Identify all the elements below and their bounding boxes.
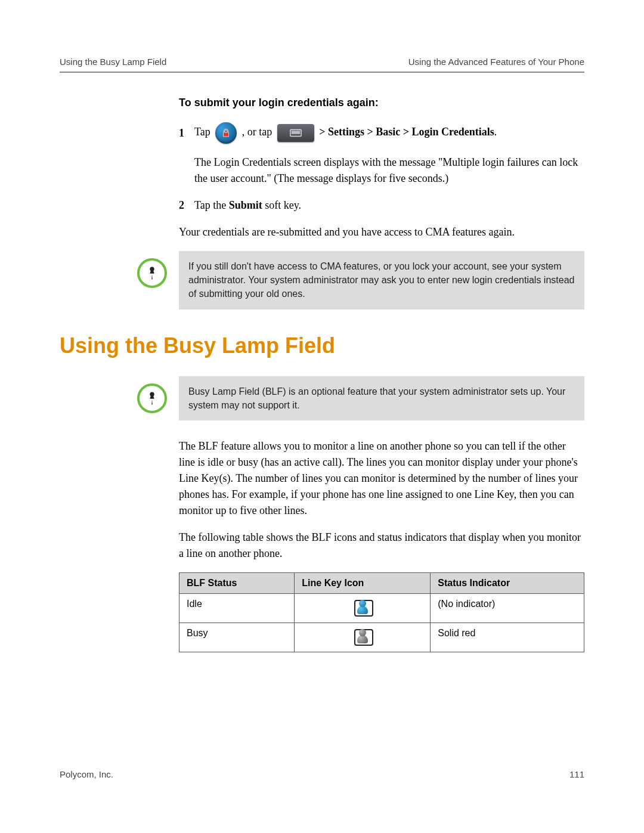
running-header: Using the Busy Lamp Field Using the Adva… [60,57,584,73]
step1-result: The Login Credentials screen displays wi… [194,154,584,187]
note-1: If you still don't have access to CMA fe… [60,251,584,309]
step1-or-tap-text: , or tap [242,126,275,138]
cell-status: Idle [179,593,295,623]
header-left: Using the Busy Lamp Field [60,57,166,67]
step-number: 2 [179,197,194,213]
avatar-idle-icon [353,597,372,617]
note-1-text: If you still don't have access to CMA fe… [179,251,584,309]
procedure-result: Your credentials are re-submitted and yo… [179,224,584,240]
blf-paragraph-2: The following table shows the BLF icons … [179,529,584,562]
main-content: To submit your login credentials again: … [179,97,584,240]
table-row: Idle (No indicator) [179,593,584,623]
step2-text-a: Tap the [194,199,229,211]
step1-tap-text: Tap [194,126,210,138]
svg-rect-1 [291,131,300,134]
pushpin-icon [137,383,167,413]
step1-period: . [494,126,497,138]
home-icon [277,124,314,142]
footer-company: Polycom, Inc. [60,769,113,779]
table-row: Busy Solid red [179,623,584,652]
note-2: Busy Lamp Field (BLF) is an optional fea… [60,376,584,420]
note-icon-cell [60,376,179,413]
cell-indicator: (No indicator) [431,593,584,623]
procedure-heading: To submit your login credentials again: [179,97,584,109]
cell-indicator: Solid red [431,623,584,652]
section-body: The BLF feature allows you to monitor a … [179,438,584,652]
step2-text-c: soft key. [262,199,301,211]
note-icon-cell [60,251,179,288]
note-2-text: Busy Lamp Field (BLF) is an optional fea… [179,376,584,420]
step1-nav-path: > Settings > Basic > Login Credentials [319,126,494,138]
step-2-body: Tap the Submit soft key. [194,197,584,213]
cell-icon [295,593,431,623]
blf-status-table: BLF Status Line Key Icon Status Indicato… [179,572,584,652]
running-footer: Polycom, Inc. 111 [60,769,584,779]
step2-submit-word: Submit [229,199,262,211]
blf-paragraph-1: The BLF feature allows you to monitor a … [179,438,584,519]
cell-icon [295,623,431,652]
table-body: Idle (No indicator) Busy S [179,593,584,652]
page-number: 111 [569,769,584,779]
cell-status: Busy [179,623,295,652]
lock-icon [215,122,237,144]
document-page: Using the Busy Lamp Field Using the Adva… [0,0,644,833]
header-right: Using the Advanced Features of Your Phon… [408,57,584,67]
col-blf-status: BLF Status [179,572,295,593]
pushpin-icon [137,258,167,288]
table-header-row: BLF Status Line Key Icon Status Indicato… [179,572,584,593]
col-status-indicator: Status Indicator [431,572,584,593]
step-1: 1 Tap , or tap > Settings > Basic > Logi… [179,122,584,144]
col-line-key-icon: Line Key Icon [295,572,431,593]
step-2: 2 Tap the Submit soft key. [179,197,584,213]
section-heading: Using the Busy Lamp Field [60,333,584,358]
avatar-busy-icon [353,627,372,646]
step-1-body: Tap , or tap > Settings > Basic > Login … [194,122,584,144]
step-number: 1 [179,125,194,141]
